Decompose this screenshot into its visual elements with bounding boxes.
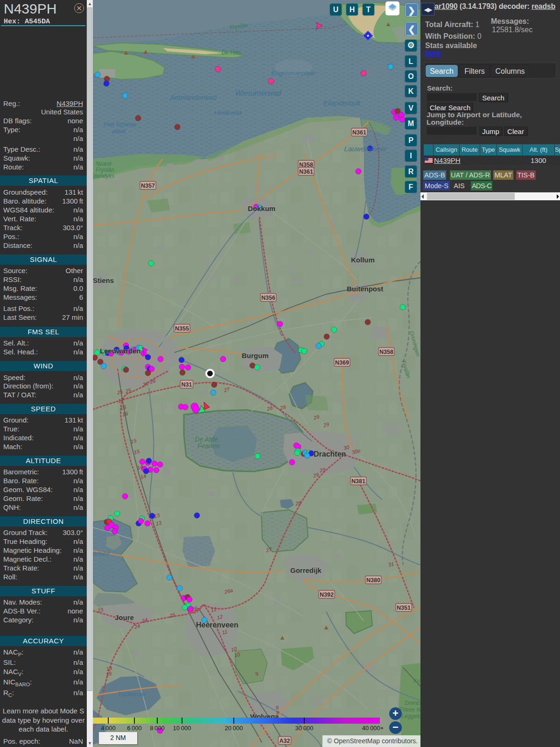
svg-text:Wierumerwad: Wierumerwad <box>235 89 282 97</box>
svg-text:Stiens: Stiens <box>93 276 114 284</box>
svg-text:ergebied: ergebied <box>93 550 110 557</box>
svg-text:N31: N31 <box>182 381 192 388</box>
svg-text:N356: N356 <box>261 295 275 301</box>
svg-text:Drents-: Drents- <box>405 700 420 706</box>
svg-text:Joure: Joure <box>115 613 134 621</box>
svg-text:Drachten: Drachten <box>314 450 346 458</box>
svg-text:plaat: plaat <box>112 127 126 134</box>
svg-text:Eilanderbult: Eilanderbult <box>323 99 360 107</box>
svg-text:N361: N361 <box>299 169 313 175</box>
svg-text:Tsjûkemar: Tsjûkemar <box>118 691 146 698</box>
svg-text:Buitenpost: Buitenpost <box>347 285 383 293</box>
svg-text:N361: N361 <box>352 129 366 136</box>
svg-text:N358: N358 <box>299 162 313 168</box>
svg-text:De Hôn: De Hôn <box>222 49 241 56</box>
svg-text:Fryslân: Fryslân <box>96 167 114 173</box>
svg-text:Gorredijk: Gorredijk <box>290 566 322 574</box>
svg-text:Burgum: Burgum <box>242 352 269 359</box>
svg-text:N380: N380 <box>366 577 380 584</box>
svg-text:N351: N351 <box>397 605 411 611</box>
svg-text:Fri: Fri <box>414 678 420 684</box>
svg-text:Dokkum: Dokkum <box>248 204 275 212</box>
svg-text:Lauwersmeer: Lauwersmeer <box>344 145 387 153</box>
svg-text:Noard-: Noard- <box>96 161 113 167</box>
svg-text:Leggelder: Leggelder <box>401 713 420 719</box>
svg-text:N358: N358 <box>379 349 393 355</box>
svg-text:Amelanderwad: Amelanderwad <box>169 93 217 101</box>
svg-text:Engelsmanplaat: Engelsmanplaat <box>271 70 315 77</box>
svg-text:Leeuwarden: Leeuwarden <box>100 347 141 355</box>
svg-text:N369: N369 <box>335 359 349 366</box>
svg-text:Heideveld: Heideveld <box>214 109 242 116</box>
svg-text:N392: N392 <box>320 592 334 598</box>
svg-text:A32: A32 <box>280 738 290 744</box>
svg-text:Heerenveen: Heerenveen <box>196 621 238 629</box>
svg-text:N381: N381 <box>351 478 365 485</box>
svg-text:Piet Scheve-: Piet Scheve- <box>104 121 138 128</box>
svg-text:Feanen: Feanen <box>197 442 220 450</box>
svg-text:N355: N355 <box>175 325 189 332</box>
svg-text:ûtendyks: ûtendyks <box>93 173 114 179</box>
svg-text:Kollum: Kollum <box>351 256 375 264</box>
svg-text:Friese Wo: Friese Wo <box>399 706 420 713</box>
svg-text:N357: N357 <box>141 183 155 189</box>
